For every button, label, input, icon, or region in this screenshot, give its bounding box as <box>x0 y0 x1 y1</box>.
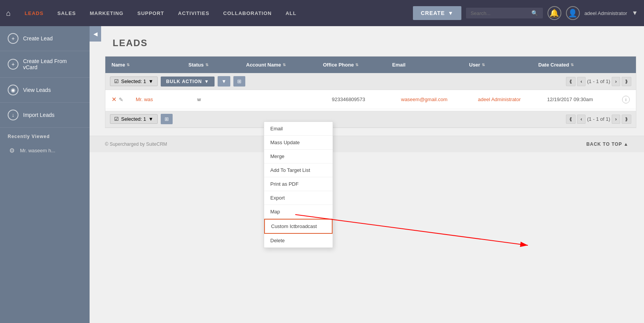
grid-view-button[interactable]: ⊞ <box>233 76 245 87</box>
row-info-cell: i <box>616 92 636 107</box>
page-info: (1 - 1 of 1) <box>587 78 610 84</box>
first-page-button[interactable]: ⟪ <box>566 77 576 86</box>
bulk-chevron-icon: ▼ <box>204 79 209 84</box>
dropdown-merge[interactable]: Merge <box>264 150 333 163</box>
recent-item-0[interactable]: ⚙ Mr. waseem h... <box>0 142 90 158</box>
prev-page-button[interactable]: ‹ <box>577 77 586 86</box>
bulk-action-dropdown: Email Mass Update Merge Add To Target Li… <box>264 122 333 248</box>
add-icon: + <box>8 33 18 44</box>
selected-dropdown-icon-bottom[interactable]: ▼ <box>148 116 153 122</box>
bulk-action-button[interactable]: BULK ACTION ▼ <box>161 77 215 87</box>
dropdown-export[interactable]: Export <box>264 191 333 205</box>
create-button[interactable]: CREATE ▼ <box>413 6 461 20</box>
th-status[interactable]: Status ⇅ <box>182 57 240 73</box>
import-icon: ↓ <box>8 110 18 120</box>
row-account-cell <box>249 96 326 103</box>
table-row: ✕ ✎ Mr. was w 923346809573 waseem@gmail.… <box>105 90 636 109</box>
page-title: LEADS <box>90 26 644 56</box>
row-name-cell: Mr. was <box>130 93 191 106</box>
topnav-links: LEADS SALES MARKETING SUPPORT ACTIVITIES… <box>18 7 413 19</box>
dropdown-email[interactable]: Email <box>264 122 333 136</box>
th-email[interactable]: Email <box>386 57 463 73</box>
row-user-link[interactable]: adeel Administrator <box>478 97 521 102</box>
dropdown-mass-update[interactable]: Mass Update <box>264 136 333 150</box>
toolbar-row: ☑ Selected: 1 ▼ BULK ACTION ▼ ▼ ⊞ ⟪ ‹ (1… <box>105 73 636 90</box>
sort-status-icon: ⇅ <box>205 63 208 67</box>
sort-user-icon: ⇅ <box>482 63 485 67</box>
th-phone[interactable]: Office Phone ⇅ <box>317 57 386 73</box>
sort-phone-icon: ⇅ <box>355 63 358 67</box>
add-vcard-icon: + <box>8 59 18 70</box>
info-button[interactable]: i <box>622 96 630 103</box>
row-name-link[interactable]: Mr. was <box>136 97 153 102</box>
prev-page-button-bottom[interactable]: ‹ <box>577 115 586 124</box>
edit-row-icon[interactable]: ✎ <box>119 97 123 103</box>
grid-view-button-bottom[interactable]: ⊞ <box>161 114 173 124</box>
user-dropdown-icon[interactable]: ▼ <box>632 10 638 17</box>
sidebar-item-view-leads[interactable]: ◉ View Leads <box>0 78 90 103</box>
footer: © Supercharged by SuiteCRM BACK TO TOP ▲ <box>90 136 644 152</box>
pagination-bottom: ⟪ ‹ (1 - 1 of 1) › ⟫ <box>566 115 631 124</box>
home-icon[interactable]: ⌂ <box>6 9 11 18</box>
view-icon: ◉ <box>8 85 18 95</box>
gear-icon: ⚙ <box>8 146 16 155</box>
row-checkbox-cell: ✕ ✎ <box>105 92 130 107</box>
search-icon: 🔍 <box>531 10 538 16</box>
nav-support[interactable]: SUPPORT <box>131 7 170 19</box>
layout: + Create Lead + Create Lead From vCard ◉… <box>0 26 644 323</box>
th-account[interactable]: Account Name ⇅ <box>240 57 317 73</box>
user-avatar[interactable]: 👤 <box>566 6 580 20</box>
row-email-link[interactable]: waseem@gmail.com <box>401 97 448 102</box>
recently-viewed-title: Recently Viewed <box>0 128 90 142</box>
nav-collaboration[interactable]: COLLABORATION <box>217 7 278 19</box>
page-info-bottom: (1 - 1 of 1) <box>587 116 610 122</box>
sidebar-item-import-leads[interactable]: ↓ Import Leads <box>0 103 90 128</box>
th-name[interactable]: Name ⇅ <box>105 57 182 73</box>
main-content: ◀ LEADS Name ⇅ Status ⇅ Account Name ⇅ <box>90 26 644 323</box>
checkbox-icon: ☑ <box>114 78 119 84</box>
last-page-button[interactable]: ⟫ <box>622 77 631 86</box>
copyright-text: © Supercharged by SuiteCRM <box>105 142 167 147</box>
filter-button[interactable]: ▼ <box>218 76 230 87</box>
nav-sales[interactable]: SALES <box>51 7 82 19</box>
row-status-cell: w <box>191 93 249 106</box>
sidebar-item-create-lead[interactable]: + Create Lead <box>0 26 90 51</box>
sidebar: + Create Lead + Create Lead From vCard ◉… <box>0 26 90 323</box>
th-user[interactable]: User ⇅ <box>463 57 532 73</box>
th-date[interactable]: Date Created ⇅ <box>532 57 636 73</box>
dropdown-delete[interactable]: Delete <box>264 234 333 248</box>
dropdown-custom-ictbroadcast[interactable]: Custom Ictbroadcast <box>264 219 333 234</box>
last-page-button-bottom[interactable]: ⟫ <box>622 115 631 124</box>
row-date-cell: 12/19/2017 09:30am <box>541 93 616 106</box>
nav-all[interactable]: ALL <box>280 7 303 19</box>
dropdown-print-pdf[interactable]: Print as PDF <box>264 177 333 191</box>
row-user-cell: adeel Administrator <box>472 93 541 106</box>
chevron-down-icon: ▼ <box>448 10 454 16</box>
next-page-button-bottom[interactable]: › <box>612 115 620 124</box>
selected-checkbox[interactable]: ☑ Selected: 1 ▼ <box>110 77 158 86</box>
sidebar-item-create-lead-vcard[interactable]: + Create Lead From vCard <box>0 51 90 78</box>
back-to-top-button[interactable]: BACK TO TOP ▲ <box>586 142 629 147</box>
next-page-button[interactable]: › <box>612 77 620 86</box>
leads-table: Name ⇅ Status ⇅ Account Name ⇅ Office Ph… <box>105 56 636 128</box>
dropdown-map[interactable]: Map <box>264 205 333 219</box>
first-page-button-bottom[interactable]: ⟪ <box>566 115 576 124</box>
sort-date-icon: ⇅ <box>571 63 574 67</box>
user-name[interactable]: adeel Administrator <box>584 10 627 16</box>
notifications-icon[interactable]: 🔔 <box>547 6 561 20</box>
search-box: 🔍 <box>466 8 543 18</box>
nav-leads[interactable]: LEADS <box>18 7 50 19</box>
row-phone-cell: 923346809573 <box>326 93 395 106</box>
selected-dropdown-icon[interactable]: ▼ <box>148 78 153 84</box>
nav-marketing[interactable]: MARKETING <box>84 7 130 19</box>
row-email-cell: waseem@gmail.com <box>395 93 472 106</box>
topnav: ⌂ LEADS SALES MARKETING SUPPORT ACTIVITI… <box>0 0 644 26</box>
nav-activities[interactable]: ACTIVITIES <box>172 7 216 19</box>
selected-checkbox-bottom[interactable]: ☑ Selected: 1 ▼ <box>110 114 158 124</box>
search-input[interactable] <box>471 10 528 16</box>
delete-row-icon[interactable]: ✕ <box>111 96 116 103</box>
sidebar-toggle[interactable]: ◀ <box>90 26 101 42</box>
dropdown-add-target-list[interactable]: Add To Target List <box>264 163 333 177</box>
up-arrow-icon: ▲ <box>624 142 629 147</box>
sort-name-icon: ⇅ <box>126 63 130 67</box>
